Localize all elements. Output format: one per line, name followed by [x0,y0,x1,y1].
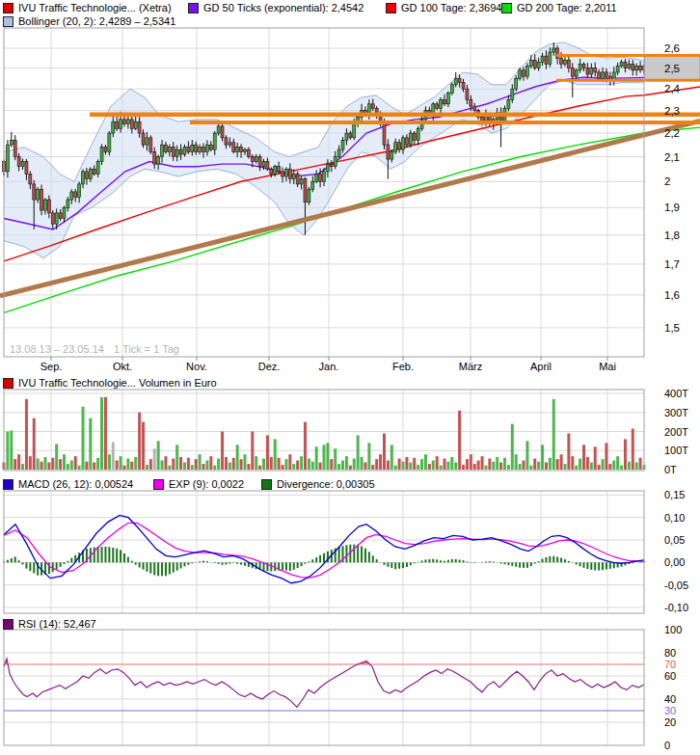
rsi-axis-labels: 1008070604030200 [664,624,682,751]
month-axis-labels: Sep.Okt.Nov.Dez.Jan.Feb.MärzAprilMai [40,357,616,372]
svg-text:1,8: 1,8 [664,229,680,241]
ivu-series-swatch-icon [3,3,13,13]
svg-text:400T: 400T [664,388,688,399]
svg-text:40: 40 [664,693,676,705]
bollinger-band [4,42,644,258]
rsi-line [4,659,644,707]
volume-bars [3,397,646,470]
gd200-series-swatch-icon [501,3,512,13]
divergence-series-label: Divergence: 0,00305 [277,479,375,490]
legend-item-gd100: GD 100 Tage: 2,3694 [386,3,501,13]
svg-text:1,9: 1,9 [664,202,680,213]
svg-text:2,2: 2,2 [664,127,680,139]
legend-item-bollinger: Bollinger (20, 2): 2,4289 – 2,5341 [3,16,175,27]
svg-text:1 Tick = 1 Tag: 1 Tick = 1 Tag [114,343,179,355]
svg-text:1,7: 1,7 [664,258,680,270]
svg-text:0,10: 0,10 [664,512,685,524]
gd50-series-label: GD 50 Ticks (exponential): 2,4542 [203,3,363,13]
svg-text:1,6: 1,6 [664,289,680,301]
legend-item-gd50: GD 50 Ticks (exponential): 2,4542 [188,3,363,13]
svg-text:2,4: 2,4 [664,83,681,94]
signal-line [4,523,644,578]
svg-text:0,05: 0,05 [664,534,685,546]
macd-series-label: MACD (26, 12): 0,00524 [18,479,133,490]
date-range-label: 13.08.13 – 23.05.141 Tick = 1 Tag [10,343,179,355]
macd-axis-labels: 0,150,100,050,00-0,05-0,10 [664,489,688,613]
rsi-border [4,630,644,745]
gd200-series-label: GD 200 Tage: 2,2011 [517,3,617,13]
svg-text:Sep.: Sep. [40,361,63,372]
rsi-overbought-fill [5,659,370,664]
svg-text:Jan.: Jan. [319,361,339,372]
legend-item-divergence: Divergence: 0,00305 [261,479,375,490]
svg-text:0: 0 [664,740,670,751]
bollinger-series-swatch-icon [3,16,13,27]
legend-item-rsi: RSI (14): 52,467 [3,619,96,630]
svg-text:0T: 0T [664,464,677,475]
svg-text:100: 100 [664,624,682,635]
rsi-grid [4,630,644,745]
svg-text:Nov.: Nov. [186,361,207,372]
bollinger-series-label: Bollinger (20, 2): 2,4289 – 2,5341 [18,16,175,27]
svg-text:60: 60 [664,670,676,682]
legend-item-macd: MACD (26, 12): 0,00524 [3,479,133,490]
rsi-series-label: RSI (14): 52,467 [18,619,96,630]
divergence-series-swatch-icon [261,479,272,490]
rsi-series-swatch-icon [3,619,13,630]
svg-text:-0,05: -0,05 [664,580,688,591]
price-axis-labels: 2,62,52,42,32,22,121,91,81,71,61,5 [664,42,681,334]
svg-text:2,6: 2,6 [664,42,680,54]
svg-text:70: 70 [664,659,676,670]
svg-text:80: 80 [664,647,676,659]
macd-grid [4,491,644,613]
svg-text:April: April [530,361,552,372]
svg-text:30: 30 [664,705,676,716]
rsi-threshold-lines [4,664,644,711]
macd-histogram [4,545,644,577]
volume-series-label: IVU Traffic Technologie... Volumen in Eu… [18,378,217,389]
legend-item-exp: EXP (9): 0,0022 [153,479,244,490]
svg-text:2,5: 2,5 [664,63,680,74]
svg-text:2,3: 2,3 [664,105,680,117]
svg-text:Okt.: Okt. [113,361,132,372]
stock-chart-screenshot: 2,62,52,42,32,22,121,91,81,71,61,5Sep.Ok… [0,0,700,755]
volume-axis-labels: 400T300T200T100T0T [664,388,688,475]
legend-item-gd200: GD 200 Tage: 2,2011 [501,3,617,13]
svg-text:2,1: 2,1 [664,151,680,163]
svg-text:0,15: 0,15 [664,489,685,500]
svg-text:300T: 300T [664,407,688,418]
svg-text:2: 2 [664,175,670,187]
svg-text:-0,10: -0,10 [664,602,688,613]
ivu-series-label: IVU Traffic Technologie... (Xetra) [18,3,172,13]
svg-text:200T: 200T [664,426,688,438]
exp-series-label: EXP (9): 0,0022 [169,479,244,490]
gd50-series-swatch-icon [188,3,199,13]
gd100-series-swatch-icon [386,3,396,13]
macd-border [4,491,644,613]
legend-item-ivu: IVU Traffic Technologie... (Xetra) [3,3,172,13]
exp-series-swatch-icon [153,479,164,490]
svg-text:0,00: 0,00 [664,556,685,568]
volume-series-swatch-icon [3,378,13,389]
svg-text:13.08.13 – 23.05.14: 13.08.13 – 23.05.14 [10,343,104,355]
svg-text:20: 20 [664,716,676,728]
gd100-series-label: GD 100 Tage: 2,3694 [401,3,501,13]
svg-text:100T: 100T [664,445,688,456]
svg-text:Dez.: Dez. [258,361,281,372]
svg-text:Feb.: Feb. [392,361,414,372]
legend-item-volume: IVU Traffic Technologie... Volumen in Eu… [3,378,217,389]
svg-text:Mai: Mai [599,361,616,372]
svg-text:März: März [459,361,482,372]
svg-text:1,5: 1,5 [664,322,680,334]
macd-series-swatch-icon [3,479,13,490]
